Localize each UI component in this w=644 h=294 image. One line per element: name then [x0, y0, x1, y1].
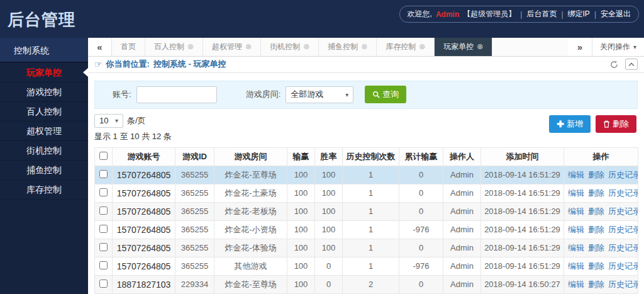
edit-link[interactable]: 编辑	[568, 188, 584, 198]
cell-history: 1	[343, 202, 399, 220]
tab-close-icon[interactable]: ⊗	[303, 42, 309, 51]
collapse-panel-icon[interactable]	[625, 59, 638, 70]
close-operations-dropdown[interactable]: 关闭操作 ▾	[592, 38, 644, 56]
refresh-icon[interactable]	[608, 59, 620, 70]
edit-link[interactable]: 编辑	[568, 225, 584, 234]
link-backend-home[interactable]: 后台首页	[526, 9, 557, 20]
row-checkbox-cell	[95, 239, 113, 257]
cell-operator: Admin	[443, 184, 481, 202]
sidebar-item-stock-control[interactable]: 库存控制	[0, 180, 88, 200]
table-row[interactable]: 15707264805365255其他游戏10001-976Admin2018-…	[95, 257, 638, 275]
tab-close-icon[interactable]: ⊗	[187, 42, 194, 51]
cell-time: 2018-09-14 16:51:29	[481, 257, 564, 275]
tab-stock-control[interactable]: 库存控制⊗	[377, 38, 435, 56]
tab-close-icon[interactable]: ⊗	[419, 42, 425, 51]
cell-rate: 0	[315, 275, 343, 293]
sidebar-item-player-control[interactable]: 玩家单控	[0, 63, 88, 82]
tab-close-icon[interactable]: ⊗	[245, 42, 252, 51]
add-button[interactable]: ✚ 新增	[549, 115, 591, 133]
row-checkbox[interactable]	[99, 261, 108, 269]
edit-link[interactable]: 编辑	[568, 280, 584, 289]
row-checkbox[interactable]	[99, 280, 108, 288]
history-link[interactable]: 历史记录	[608, 188, 638, 198]
edit-link[interactable]: 编辑	[568, 261, 584, 271]
tab-close-icon[interactable]: ⊗	[477, 42, 483, 51]
cell-operator: Admin	[443, 220, 481, 239]
tab-bairen-control[interactable]: 百人控制⊗	[145, 38, 203, 56]
tab-fishing-control[interactable]: 捕鱼控制⊗	[319, 38, 377, 56]
delete-link[interactable]: 删除	[588, 188, 604, 198]
search-icon	[372, 91, 380, 98]
table-row[interactable]: 18871827103229334炸金花-至尊场100020Admin2018-…	[95, 275, 638, 293]
cell-win: 100	[287, 239, 315, 257]
col-header: 操作人	[443, 147, 481, 166]
cell-history: 1	[343, 184, 399, 202]
edit-link[interactable]: 编辑	[568, 243, 584, 252]
table-row[interactable]: 15707264805365255炸金花-老板场10010010Admin201…	[95, 202, 638, 220]
history-link[interactable]: 历史记录	[608, 243, 638, 252]
delete-link[interactable]: 删除	[588, 206, 604, 216]
history-link[interactable]: 历史记录	[608, 280, 638, 289]
sidebar-item-fishing-control[interactable]: 捕鱼控制	[0, 161, 88, 180]
col-header: 累计输赢	[399, 147, 443, 166]
link-bind-ip[interactable]: 绑定IP	[568, 9, 590, 20]
row-checkbox[interactable]	[99, 170, 108, 178]
page-size-select[interactable]: 10 ▾	[94, 114, 123, 128]
delete-link[interactable]: 删除	[588, 170, 604, 179]
header-checkbox-cell	[95, 147, 113, 166]
tabs-scroll-right-icon[interactable]: »	[568, 38, 592, 56]
cell-win: 100	[287, 166, 315, 184]
history-link[interactable]: 历史记录	[608, 225, 638, 234]
tab-arcade-control[interactable]: 街机控制⊗	[261, 38, 319, 56]
tab-player-control[interactable]: 玩家单控⊗	[435, 38, 492, 56]
row-checkbox[interactable]	[99, 206, 108, 215]
sidebar-item-game-control[interactable]: 游戏控制	[0, 82, 88, 102]
row-checkbox[interactable]	[99, 225, 108, 233]
cell-total: 0	[399, 202, 443, 220]
history-link[interactable]: 历史记录	[608, 206, 638, 216]
select-all-checkbox[interactable]	[99, 152, 108, 160]
table-toolbar: 10 ▾ 条/页 显示 1 至 10 共 12 条 ✚ 新增 删除	[94, 114, 638, 142]
game-room-select[interactable]: 全部游戏 ▾	[286, 86, 353, 103]
account-input[interactable]	[136, 86, 217, 103]
table-row[interactable]: 15707264805365255炸金花-土豪场10010010Admin201…	[95, 184, 638, 202]
search-button[interactable]: 查询	[365, 86, 406, 103]
edit-link[interactable]: 编辑	[568, 206, 584, 216]
link-logout[interactable]: 安全退出	[601, 9, 631, 20]
sidebar-item-arcade-control[interactable]: 街机控制	[0, 141, 88, 161]
cell-operator: Admin	[443, 257, 481, 275]
tabs-scroll-left-icon[interactable]: «	[88, 38, 112, 56]
cell-room: 炸金花-老板场	[214, 202, 287, 220]
cell-game-id: 365255	[175, 257, 214, 275]
tab-home[interactable]: 首页	[112, 38, 145, 56]
col-header: 游戏ID	[175, 147, 214, 166]
delete-button[interactable]: 删除	[596, 115, 636, 133]
cell-rate: 100	[315, 184, 343, 202]
table-row[interactable]: 15707264805365255炸金花-小资场1001001-976Admin…	[95, 220, 638, 239]
table-row[interactable]: 15707264805365255炸金花-体验场10010010Admin201…	[95, 239, 638, 257]
history-link[interactable]: 历史记录	[608, 170, 638, 179]
plus-icon: ✚	[557, 119, 564, 129]
cell-account: 15707264805	[113, 166, 175, 184]
delete-link[interactable]: 删除	[588, 225, 604, 234]
cell-game-id: 365255	[175, 166, 214, 184]
history-link[interactable]: 历史记录	[608, 261, 638, 271]
cell-account: 18871827103	[113, 275, 175, 293]
username: Admin	[436, 10, 459, 19]
tab-close-icon[interactable]: ⊗	[361, 42, 367, 51]
row-checkbox[interactable]	[99, 243, 108, 251]
delete-link[interactable]: 删除	[588, 243, 604, 252]
cell-game-id: 365255	[175, 220, 214, 239]
delete-link[interactable]: 删除	[588, 261, 604, 271]
user-info-bar: 欢迎您, Admin 【超级管理员】 | 后台首页 | 绑定IP | 安全退出	[399, 6, 639, 23]
delete-link[interactable]: 删除	[588, 280, 604, 289]
sidebar-section-title: 控制系统	[0, 38, 88, 63]
sidebar-item-bairen-control[interactable]: 百人控制	[0, 102, 88, 122]
edit-link[interactable]: 编辑	[568, 170, 584, 179]
row-checkbox[interactable]	[99, 188, 108, 196]
cell-total: 0	[399, 275, 443, 293]
tab-super-manage[interactable]: 超权管理⊗	[203, 38, 261, 56]
sidebar-item-super-manage[interactable]: 超权管理	[0, 122, 88, 141]
cell-total: 0	[399, 166, 443, 184]
table-row[interactable]: 15707264805365255炸金花-至尊场10010010Admin201…	[95, 166, 638, 184]
